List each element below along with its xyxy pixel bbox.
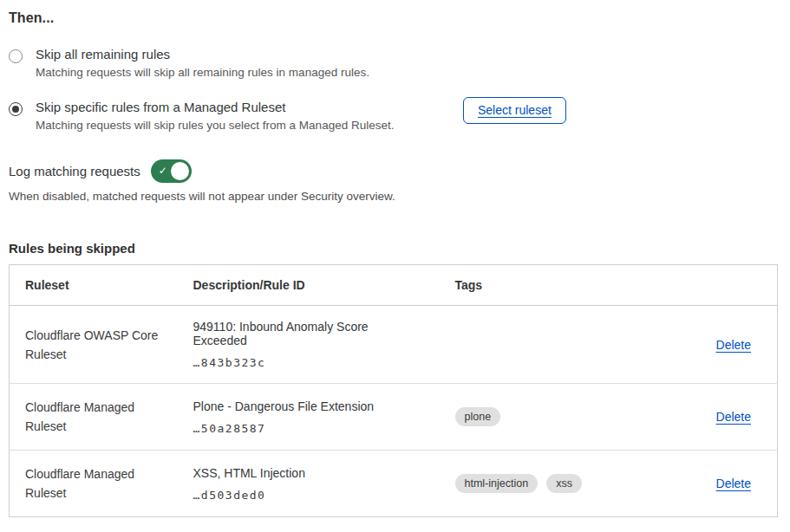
row-tags: plone	[455, 407, 658, 426]
log-matching-requests-row: Log matching requests ✓	[9, 159, 778, 183]
rules-table-body: Cloudflare OWASP Core Ruleset 949110: In…	[10, 306, 778, 517]
check-icon: ✓	[159, 164, 167, 178]
log-matching-requests-label: Log matching requests	[9, 164, 140, 178]
delete-link[interactable]: Delete	[716, 410, 751, 424]
column-header-tags: Tags	[440, 265, 674, 306]
row-rule-id: …843b323c	[193, 356, 424, 369]
rules-table-heading: Rules being skipped	[9, 241, 778, 256]
row-rule-id: …d503ded0	[193, 489, 424, 502]
row-description: Plone - Dangerous File Extension	[193, 399, 424, 413]
row-description: 949110: Inbound Anomaly Score Exceeded	[193, 320, 424, 347]
column-header-ruleset: Ruleset	[10, 265, 178, 306]
tag-pill: xss	[546, 474, 582, 493]
log-toggle-description: When disabled, matched requests will not…	[9, 190, 778, 203]
option-skip-specific-rules: Skip specific rules from a Managed Rules…	[9, 100, 778, 132]
option-skip-all-rules: Skip all remaining rules Matching reques…	[9, 47, 778, 79]
rules-being-skipped-table: Ruleset Description/Rule ID Tags Cloudfl…	[9, 264, 778, 517]
row-rule-id: …50a28587	[193, 422, 424, 435]
option-skip-all-label[interactable]: Skip all remaining rules	[36, 47, 369, 62]
radio-skip-specific-rules[interactable]	[9, 102, 23, 116]
waf-rule-editor: Then... Skip all remaining rules Matchin…	[0, 0, 790, 517]
row-description: XSS, HTML Injection	[193, 466, 424, 480]
tag-pill: html-injection	[455, 474, 539, 493]
column-header-action	[674, 265, 778, 306]
log-matching-requests-toggle[interactable]: ✓	[151, 159, 192, 183]
radio-skip-all-rules[interactable]	[9, 49, 23, 63]
table-row: Cloudflare Managed Ruleset Plone - Dange…	[10, 384, 778, 451]
option-skip-specific-description: Matching requests will skip rules you se…	[36, 119, 428, 132]
delete-link[interactable]: Delete	[716, 338, 751, 352]
table-row: Cloudflare Managed Ruleset XSS, HTML Inj…	[10, 451, 778, 517]
select-ruleset-button[interactable]: Select ruleset	[463, 97, 566, 124]
option-skip-all-description: Matching requests will skip all remainin…	[36, 66, 369, 79]
table-row: Cloudflare OWASP Core Ruleset 949110: In…	[10, 306, 778, 384]
row-ruleset: Cloudflare Managed Ruleset	[25, 398, 162, 436]
table-header-row: Ruleset Description/Rule ID Tags	[10, 265, 778, 306]
column-header-description: Description/Rule ID	[178, 265, 440, 306]
row-ruleset: Cloudflare OWASP Core Ruleset	[25, 326, 162, 364]
row-ruleset: Cloudflare Managed Ruleset	[25, 464, 162, 503]
then-heading: Then...	[9, 10, 778, 26]
tag-pill: plone	[455, 407, 501, 426]
toggle-knob	[171, 162, 189, 180]
delete-link[interactable]: Delete	[716, 477, 751, 490]
row-tags: html-injectionxss	[455, 474, 658, 493]
option-skip-specific-label[interactable]: Skip specific rules from a Managed Rules…	[36, 100, 428, 114]
